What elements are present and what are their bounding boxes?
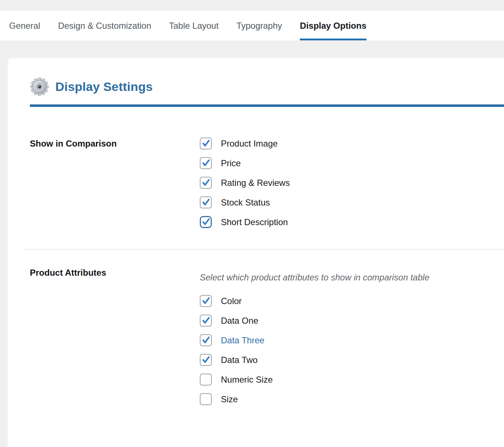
option-label: Stock Status [221,196,270,208]
option-label: Short Description [221,216,288,228]
gear-icon [30,77,49,96]
checkbox-product-image[interactable] [200,137,212,149]
option-data-two[interactable]: Data Two [200,354,504,366]
panel-header: Display Settings [30,76,504,97]
checkbox-short-description[interactable] [200,216,212,228]
option-label: Size [221,393,238,405]
section-divider [25,249,504,250]
section-label: Product Attributes [30,267,200,413]
checkbox-data-one[interactable] [200,315,212,327]
settings-tabs: GeneralDesign & CustomizationTable Layou… [0,11,504,40]
option-stock-status[interactable]: Stock Status [200,196,504,208]
option-product-image[interactable]: Product Image [200,137,504,149]
section-body: Product ImagePriceRating & ReviewsStock … [200,137,504,236]
settings-sections: Show in ComparisonProduct ImagePriceRati… [30,137,504,413]
option-label: Rating & Reviews [221,177,290,189]
tab-display-options[interactable]: Display Options [300,11,366,40]
check-icon [202,139,210,148]
tab-design-customization[interactable]: Design & Customization [58,11,151,40]
title-underline [30,104,504,107]
section-show-in-comparison: Show in ComparisonProduct ImagePriceRati… [30,137,504,236]
section-body: Select which product attributes to show … [200,267,504,413]
checkbox-rating-reviews[interactable] [200,177,212,189]
check-icon [202,336,210,344]
check-icon [202,159,210,167]
check-icon [202,217,210,226]
checkbox-stock-status[interactable] [200,196,212,208]
display-options-panel: Display Settings Show in ComparisonProdu… [8,58,504,447]
check-icon [202,198,210,207]
panel-title: Display Settings [55,80,153,94]
option-numeric-size[interactable]: Numeric Size [200,374,504,386]
option-data-one[interactable]: Data One [200,315,504,327]
tab-typography[interactable]: Typography [237,11,282,40]
check-icon [202,355,210,364]
option-label: Price [221,157,241,169]
section-description: Select which product attributes to show … [200,272,504,283]
check-icon [202,296,210,305]
option-short-description[interactable]: Short Description [200,216,504,228]
checkbox-color[interactable] [200,295,212,307]
checkbox-price[interactable] [200,157,212,169]
option-label: Data Three [221,334,265,346]
checkbox-size[interactable] [200,393,212,405]
option-color[interactable]: Color [200,295,504,307]
check-icon [202,178,210,187]
tab-general[interactable]: General [9,11,40,40]
option-label: Data Two [221,354,258,366]
option-label: Product Image [221,137,278,149]
tab-table-layout[interactable]: Table Layout [169,11,219,40]
section-product-attributes: Product AttributesSelect which product a… [30,267,504,413]
option-label: Data One [221,315,258,327]
checkbox-numeric-size[interactable] [200,374,212,386]
option-rating-reviews[interactable]: Rating & Reviews [200,177,504,189]
section-label: Show in Comparison [30,137,200,236]
checkbox-data-two[interactable] [200,354,212,366]
option-data-three[interactable]: Data Three [200,334,504,346]
option-size[interactable]: Size [200,393,504,405]
option-price[interactable]: Price [200,157,504,169]
option-label: Numeric Size [221,374,273,386]
checkbox-data-three[interactable] [200,334,212,346]
option-label: Color [221,295,242,307]
check-icon [202,316,210,325]
